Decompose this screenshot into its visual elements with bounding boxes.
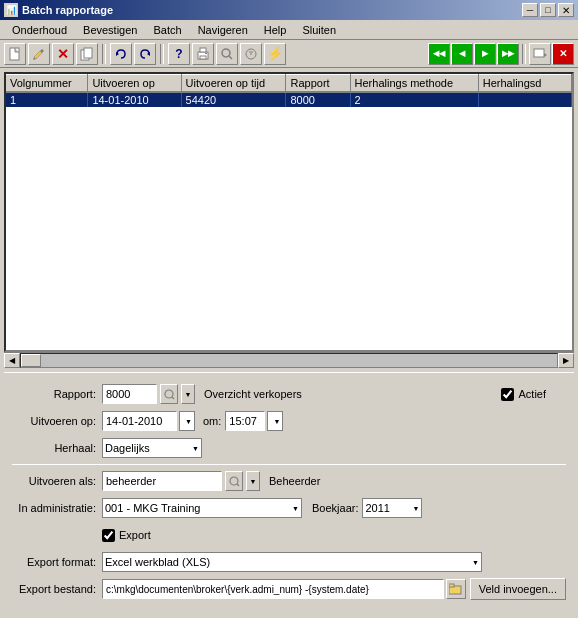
export-bestand-browse-button[interactable] — [446, 579, 466, 599]
actief-checkbox[interactable] — [501, 388, 514, 401]
uitvoeren-op-label: Uitvoeren op: — [12, 415, 102, 427]
col-herhalingsd[interactable]: Herhalingsd — [478, 75, 571, 93]
svg-point-9 — [222, 49, 230, 57]
veld-invoegen-button[interactable]: Veld invoegen... — [470, 578, 566, 600]
col-rapport[interactable]: Rapport — [286, 75, 350, 93]
menu-bevestigen[interactable]: Bevestigen — [75, 22, 145, 38]
svg-rect-6 — [200, 48, 206, 52]
divider-1 — [4, 372, 574, 373]
toolbar-sep-1 — [102, 44, 106, 64]
menu-batch[interactable]: Batch — [145, 22, 189, 38]
scroll-left-button[interactable]: ◀ — [4, 353, 20, 368]
maximize-button[interactable]: □ — [540, 3, 556, 17]
export-bestand-input[interactable] — [102, 579, 444, 599]
om-input[interactable] — [225, 411, 265, 431]
export-format-select[interactable]: Excel werkblad (XLS) CSV PDF — [102, 552, 482, 572]
cell-uitvoeren-op: 14-01-2010 — [88, 92, 181, 107]
boekjaar-label: Boekjaar: — [312, 502, 358, 514]
svg-point-16 — [165, 390, 173, 398]
scrollbar-horizontal[interactable]: ◀ ▶ — [4, 352, 574, 368]
col-uitvoeren-op-tijd[interactable]: Uitvoeren op tijd — [181, 75, 286, 93]
herhaal-select[interactable]: Dagelijks Wekelijks Maandelijks Eenmalig — [102, 438, 202, 458]
export-container: Export — [102, 529, 151, 542]
right-nav: ◀◀ ◀ ▶ ▶▶ ✕ — [428, 43, 574, 65]
uitvoeren-als-group: ▼ Beheerder — [102, 471, 320, 491]
last-button[interactable]: ▶▶ — [497, 43, 519, 65]
col-uitvoeren-op[interactable]: Uitvoeren op — [88, 75, 181, 93]
scroll-right-button[interactable]: ▶ — [558, 353, 574, 368]
undo-button[interactable] — [110, 43, 132, 65]
herhaal-row: Herhaal: Dagelijks Wekelijks Maandelijks… — [12, 437, 566, 459]
uitvoeren-als-label: Uitvoeren als: — [12, 475, 102, 487]
prev-button[interactable]: ◀ — [451, 43, 473, 65]
delete-button[interactable]: ✕ — [52, 43, 74, 65]
uitvoeren-als-row: Uitvoeren als: ▼ Beheerder — [12, 470, 566, 492]
help-button[interactable]: ? — [168, 43, 190, 65]
divider-2 — [12, 464, 566, 465]
menu-sluiten[interactable]: Sluiten — [294, 22, 344, 38]
copy-button[interactable] — [76, 43, 98, 65]
form-area: Rapport: ▼ Overzicht verkopers Actief Ui… — [4, 377, 574, 611]
menu-navigeren[interactable]: Navigeren — [190, 22, 256, 38]
menu-bar: Onderhoud Bevestigen Batch Navigeren Hel… — [0, 20, 578, 40]
in-admin-select[interactable]: 001 - MKG Training — [102, 498, 302, 518]
uitvoeren-op-dropdown[interactable] — [179, 411, 195, 431]
table-row[interactable]: 1 14-01-2010 54420 8000 2 — [6, 92, 572, 107]
new-button[interactable] — [4, 43, 26, 65]
rapport-row: Rapport: ▼ Overzicht verkopers Actief — [12, 383, 566, 405]
uitvoeren-als-browse-button[interactable] — [225, 471, 243, 491]
col-volgnummer[interactable]: Volgnummer — [6, 75, 88, 93]
menu-help[interactable]: Help — [256, 22, 295, 38]
title-text: Batch rapportage — [22, 4, 522, 16]
cell-herhalingsd — [478, 92, 571, 107]
rapport-group: ▼ Overzicht verkopers — [102, 384, 302, 404]
rapport-dropdown-button[interactable]: ▼ — [181, 384, 195, 404]
export-bestand-label: Export bestand: — [12, 583, 102, 595]
svg-line-19 — [237, 484, 239, 486]
title-buttons: ─ □ ✕ — [522, 3, 574, 17]
cell-rapport: 8000 — [286, 92, 350, 107]
rapport-browse-button[interactable] — [160, 384, 178, 404]
close2-button[interactable]: ✕ — [552, 43, 574, 65]
toolbar-sep-2 — [160, 44, 164, 64]
toolbar: ✕ ? ⚡ ◀◀ ◀ ▶ ▶▶ ✕ — [0, 40, 578, 68]
title-icon: 📊 — [4, 3, 18, 17]
data-grid: Volgnummer Uitvoeren op Uitvoeren op tij… — [6, 74, 572, 107]
next-button[interactable]: ▶ — [474, 43, 496, 65]
search2-button[interactable] — [216, 43, 238, 65]
om-label: om: — [203, 415, 221, 427]
export-format-label: Export format: — [12, 556, 102, 568]
toolbar-sep-3 — [522, 44, 526, 64]
close-button[interactable]: ✕ — [558, 3, 574, 17]
cell-herhalings-methode: 2 — [350, 92, 478, 107]
svg-line-10 — [229, 56, 232, 59]
lightning-button[interactable]: ⚡ — [264, 43, 286, 65]
overzicht-label: Overzicht verkopers — [204, 388, 302, 400]
export-format-row: Export format: Excel werkblad (XLS) CSV … — [12, 551, 566, 573]
scroll-track[interactable] — [20, 353, 558, 368]
col-herhalings-methode[interactable]: Herhalings methode — [350, 75, 478, 93]
menu-onderhoud[interactable]: Onderhoud — [4, 22, 75, 38]
redo-button[interactable] — [134, 43, 156, 65]
print-button[interactable] — [192, 43, 214, 65]
uitvoeren-op-input[interactable] — [102, 411, 177, 431]
filter-button[interactable] — [240, 43, 262, 65]
data-grid-container[interactable]: Volgnummer Uitvoeren op Uitvoeren op tij… — [4, 72, 574, 352]
uitvoeren-als-dropdown-button[interactable]: ▼ — [246, 471, 260, 491]
boekjaar-select[interactable]: 2010 2011 2012 — [362, 498, 422, 518]
actief-container: Actief — [501, 388, 546, 401]
first-button[interactable]: ◀◀ — [428, 43, 450, 65]
svg-marker-15 — [544, 53, 547, 57]
svg-rect-8 — [205, 53, 207, 54]
minimize-button[interactable]: ─ — [522, 3, 538, 17]
uitvoeren-als-input[interactable] — [102, 471, 222, 491]
export-checkbox[interactable] — [102, 529, 115, 542]
title-bar: 📊 Batch rapportage ─ □ ✕ — [0, 0, 578, 20]
export2-button[interactable] — [529, 43, 551, 65]
om-dropdown[interactable] — [267, 411, 283, 431]
rapport-input[interactable] — [102, 384, 157, 404]
edit-button[interactable] — [28, 43, 50, 65]
actief-label: Actief — [518, 388, 546, 400]
scroll-thumb[interactable] — [21, 354, 41, 367]
cell-volgnummer: 1 — [6, 92, 88, 107]
